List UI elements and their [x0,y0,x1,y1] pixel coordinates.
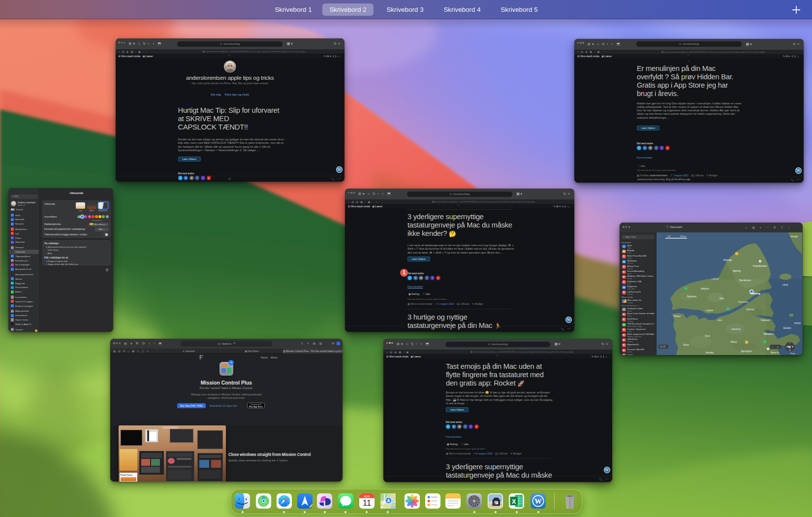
svg-text:AUG: AUG [364,495,370,498]
svg-text:0,8: 0,8 [667,235,671,238]
svg-text:Thisted: Thisted [673,315,681,318]
svg-text:−: − [772,346,774,349]
svg-text:Aalestrup: Aalestrup [731,328,741,330]
svg-text:Læsø: Læsø [782,284,788,286]
svg-text:X: X [512,498,516,505]
svg-text:Nibe: Nibe [719,297,724,300]
svg-text:Hjørring: Hjørring [733,270,741,272]
svg-text:Anholt: Anholt [794,322,801,324]
svg-text:Viborg: Viborg [730,341,737,343]
svg-text:N: N [788,345,791,349]
svg-text:Tegn..: Tegn.. [790,352,796,355]
svg-text:11: 11 [363,498,371,507]
svg-text:Løkken: Løkken [712,278,719,280]
svg-text:Aars: Aars [718,319,722,322]
svg-text:Brønderslev: Brønderslev [739,279,751,282]
svg-text:+: + [777,346,779,349]
svg-text:Hirtshals: Hirtshals [723,259,732,261]
svg-text:Frederikshavn: Frederikshavn [753,265,767,267]
svg-text:Bjerringbro: Bjerringbro [741,350,752,353]
svg-text:Herning: Herning [706,352,714,354]
svg-text:W: W [534,497,542,505]
svg-text:Struer: Struer [683,344,689,346]
svg-text:Støvring: Støvring [746,308,754,311]
svg-text:Fjerritslev: Fjerritslev [687,295,697,298]
svg-text:Randers: Randers [764,332,773,335]
svg-text:4h 25: 4h 25 [660,346,666,348]
svg-text:Ebeltoft: Ebeltoft [783,327,791,329]
svg-text:Århus N: Århus N [771,351,779,354]
svg-text:Sverige: Sverige [790,235,798,238]
svg-text:20 km: 20 km [680,235,687,238]
svg-text:Svenstrup: Svenstrup [738,301,749,303]
svg-text:Aabybro: Aabybro [701,288,709,290]
svg-text:Løgstør: Løgstør [706,309,714,312]
svg-text:Hadsund: Hadsund [761,319,770,322]
svg-text:Skive: Skive [705,335,711,337]
